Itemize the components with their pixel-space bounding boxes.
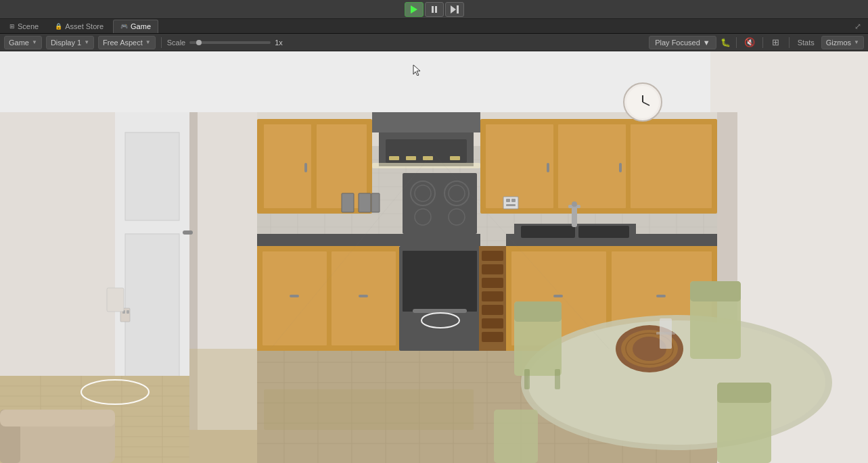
step-button[interactable]	[445, 2, 464, 17]
tab-scene[interactable]: ⊞ Scene	[3, 20, 45, 33]
svg-rect-160	[127, 310, 129, 314]
play-controls-bar	[0, 0, 868, 19]
scale-slider[interactable]	[189, 41, 271, 44]
svg-rect-108	[403, 251, 477, 312]
separator-1	[161, 37, 162, 48]
game-mode-label: Game	[9, 39, 29, 47]
aspect-label: Free Aspect	[103, 39, 143, 47]
svg-rect-154	[555, 369, 560, 389]
tab-game-label: Game	[131, 22, 151, 30]
display-label: Display 1	[51, 39, 81, 47]
aspect-dropdown[interactable]: Free Aspect ▼	[98, 36, 156, 49]
lock-icon: 🔒	[55, 23, 62, 30]
game-icon: 🎮	[120, 23, 128, 30]
svg-rect-100	[403, 173, 477, 234]
gizmos-arrow: ▼	[854, 39, 859, 45]
game-mode-dropdown[interactable]: Game ▼	[4, 36, 42, 49]
svg-rect-133	[503, 197, 518, 209]
svg-rect-95	[262, 251, 327, 345]
svg-rect-135	[511, 199, 516, 202]
mute-button[interactable]: 🔇	[742, 36, 757, 49]
kitchen-scene	[0, 51, 868, 463]
svg-rect-130	[342, 193, 354, 212]
tab-game[interactable]: 🎮 Game	[113, 20, 158, 33]
pause-button[interactable]	[425, 2, 444, 17]
svg-rect-77	[264, 124, 311, 208]
tab-bar: ⊞ Scene 🔒 Asset Store 🎮 Game ⤢	[0, 19, 868, 34]
svg-rect-145	[656, 332, 675, 335]
svg-rect-115	[482, 305, 503, 315]
svg-rect-96	[332, 251, 396, 345]
svg-rect-117	[482, 332, 503, 342]
separator-4	[789, 37, 790, 48]
scene-icon: ⊞	[9, 23, 15, 30]
svg-rect-131	[359, 193, 371, 212]
svg-rect-97	[290, 295, 299, 297]
maximize-icon[interactable]: ⤢	[850, 22, 865, 31]
svg-rect-123	[656, 295, 666, 297]
svg-rect-98	[359, 295, 368, 297]
tab-asset-store-label: Asset Store	[65, 22, 104, 30]
play-button[interactable]	[405, 2, 424, 17]
svg-rect-83	[389, 156, 399, 160]
gizmos-dropdown[interactable]: Gizmos ▼	[821, 36, 864, 49]
svg-rect-91	[547, 163, 549, 172]
separator-3	[762, 37, 763, 48]
stats-button[interactable]: Stats	[795, 36, 817, 49]
svg-rect-127	[572, 207, 577, 227]
svg-rect-42	[183, 230, 193, 235]
tab-asset-store[interactable]: 🔒 Asset Store	[48, 20, 110, 33]
svg-rect-86	[450, 156, 460, 160]
play-focused-arrow: ▼	[703, 39, 710, 47]
scale-thumb	[196, 40, 202, 45]
svg-rect-136	[506, 204, 516, 206]
play-focused-label: Play Focused	[655, 39, 700, 47]
gizmos-label: Gizmos	[826, 39, 851, 47]
grid-button[interactable]: ⊞	[769, 36, 783, 49]
display-dropdown[interactable]: Display 1 ▼	[46, 36, 94, 49]
game-mode-arrow: ▼	[32, 39, 37, 45]
scale-value: 1x	[275, 39, 283, 47]
tab-scene-label: Scene	[18, 22, 39, 30]
svg-rect-84	[406, 156, 416, 160]
svg-rect-132	[371, 193, 380, 212]
svg-rect-93	[257, 234, 399, 246]
svg-rect-79	[304, 163, 307, 172]
display-arrow: ▼	[84, 39, 89, 45]
svg-rect-149	[690, 281, 741, 301]
kitchen-svg	[0, 51, 868, 463]
svg-rect-166	[372, 163, 480, 168]
svg-rect-40	[125, 132, 179, 220]
svg-marker-3	[451, 5, 456, 14]
svg-rect-151	[717, 383, 771, 403]
scale-label: Scale	[167, 39, 186, 47]
svg-rect-2	[435, 6, 437, 13]
separator-2	[736, 37, 737, 48]
svg-marker-0	[411, 5, 417, 14]
svg-rect-80	[372, 112, 480, 132]
svg-rect-1	[432, 6, 434, 13]
svg-rect-99	[399, 234, 480, 246]
svg-rect-167	[189, 349, 257, 463]
svg-rect-112	[482, 264, 503, 274]
svg-rect-168	[264, 389, 474, 430]
svg-rect-92	[619, 163, 622, 172]
svg-rect-153	[524, 369, 530, 389]
svg-rect-157	[0, 410, 115, 427]
svg-rect-88	[486, 124, 553, 208]
svg-rect-126	[578, 226, 629, 238]
svg-rect-152	[494, 410, 538, 463]
play-focused-button[interactable]: Play Focused ▼	[649, 36, 716, 49]
svg-rect-85	[423, 156, 433, 160]
game-view[interactable]	[0, 51, 868, 463]
svg-rect-113	[482, 278, 503, 288]
svg-rect-4	[457, 5, 459, 14]
svg-rect-161	[107, 288, 124, 312]
svg-rect-111	[482, 251, 503, 261]
svg-rect-134	[506, 199, 510, 202]
svg-rect-147	[514, 301, 562, 322]
bug-icon[interactable]: 🐛	[721, 38, 731, 47]
svg-rect-89	[558, 124, 626, 208]
svg-rect-114	[482, 291, 503, 301]
main-toolbar: Game ▼ Display 1 ▼ Free Aspect ▼ Scale 1…	[0, 34, 868, 51]
